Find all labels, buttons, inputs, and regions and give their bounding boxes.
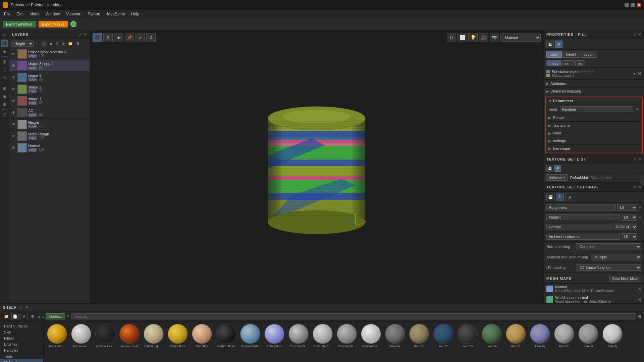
shelf-item-23[interactable]: Item 2j	[601, 324, 624, 348]
metallic-remove-btn[interactable]: −	[639, 215, 641, 220]
viewport-prev-btn[interactable]: ⏮	[114, 33, 123, 42]
param-transform[interactable]: ▶ Transform	[548, 122, 639, 129]
shelf-item-16[interactable]: Item 2c	[432, 324, 455, 348]
mesh-map-normal-remove[interactable]: ✕	[638, 287, 641, 291]
shelf-item-13[interactable]: Concrete S...	[360, 324, 382, 348]
uv-tool-btn[interactable]: ⊞	[1, 101, 8, 108]
substance-mat-expand-btn[interactable]: ▾	[633, 71, 636, 76]
menu-javascript[interactable]: JavaScript	[104, 11, 128, 17]
export-emissive-button[interactable]: Export Emissive	[3, 21, 36, 27]
shelf-category-particles[interactable]: Particles	[0, 347, 43, 353]
folder-btn[interactable]: 📁	[67, 41, 74, 47]
viewport-render-btn[interactable]: 🎥	[479, 33, 488, 42]
delete-layer-btn[interactable]: 🗑	[75, 41, 81, 46]
normal-remove-btn[interactable]: −	[639, 224, 641, 230]
layers-panel-expand-btn[interactable]: ⤢	[79, 32, 82, 37]
add-mask-btn[interactable]: ◈	[48, 41, 53, 47]
param-color[interactable]: ▶ color	[548, 129, 639, 137]
normal-channel-input[interactable]	[546, 224, 611, 230]
shelf-item-19[interactable]: Item 2f	[504, 324, 527, 348]
shelf-filter-icon[interactable]: ⬧	[38, 314, 40, 319]
ts-save-btn[interactable]: 💾	[546, 165, 553, 172]
layer-item-7[interactable]: 👁 Metal Rough Ldge 100	[9, 130, 90, 142]
shelf-item-4[interactable]: Baked Light...	[142, 324, 165, 348]
texture-set-row[interactable]: Settings ▾ DefaultMat Main shader	[544, 173, 644, 182]
layer-item-6[interactable]: 👁 Height Ldge 19	[9, 119, 90, 130]
ts-settings-dropdown[interactable]: Settings ▾	[546, 174, 568, 181]
shelf-category-filters[interactable]: Filters	[0, 335, 43, 341]
shelf-item-5[interactable]: Brass Pure	[166, 324, 189, 348]
shelf-search-input[interactable]	[71, 313, 636, 319]
tss-grid-btn[interactable]: ⊞	[565, 193, 573, 201]
shelf-expand-btn[interactable]: ⤢	[19, 305, 22, 310]
viewport-light-btn[interactable]: 💡	[468, 33, 478, 42]
shelf-item-20[interactable]: Item 2g	[529, 324, 551, 348]
properties-expand-btn[interactable]: ⤢	[633, 32, 637, 37]
normal-format-select[interactable]: RGB16FRGB8	[613, 224, 637, 230]
bake-tool-btn[interactable]: ◉	[1, 93, 8, 100]
shelf-category-materials[interactable]: Materials	[0, 359, 43, 362]
ts-time-btn[interactable]: ⏱	[554, 165, 561, 172]
ao-mixing-select[interactable]: Multiply Add	[591, 254, 641, 260]
shelf-folder-btn[interactable]: 📁	[3, 313, 10, 320]
mask-tool-btn[interactable]: ⬡	[1, 66, 8, 73]
metallic-format-select[interactable]: L8L16	[621, 214, 637, 221]
export-masks-button[interactable]: Export Masks	[39, 21, 68, 27]
layer-item-1[interactable]: 👁 shape 3 copy 1 Ldge 22	[9, 60, 90, 72]
menu-python[interactable]: Python	[85, 11, 103, 17]
viewport-pin-btn[interactable]: 📌	[125, 33, 134, 42]
shelf-item-9[interactable]: Cobalt Pure	[263, 324, 286, 348]
tss-expand-btn[interactable]: ⤢	[633, 185, 637, 189]
shelf-tab-close-btn[interactable]: ✕	[66, 314, 70, 319]
layer-item-4[interactable]: 👁 shape 1 Ldge 22	[9, 95, 90, 107]
shelf-item-8[interactable]: Coated Metal	[239, 324, 262, 348]
layer-mode-select[interactable]: Height Normal Color	[11, 41, 34, 47]
layer-eye-6[interactable]: 👁	[11, 122, 16, 127]
channels-mapping-row[interactable]: ▶ Channels mapping	[544, 87, 644, 95]
shelf-category-brushes[interactable]: Brushes	[0, 341, 43, 347]
layer-tool-btn[interactable]: ⊞	[1, 58, 8, 65]
properties-close-btn[interactable]: ✕	[638, 32, 641, 37]
viewport-3d-btn[interactable]: ⬛	[93, 33, 102, 42]
tss-save-btn[interactable]: 💾	[546, 193, 554, 201]
shelf-settings-btn[interactable]: ⚙	[29, 313, 36, 320]
layer-eye-1[interactable]: 👁	[11, 63, 16, 68]
sub-tab-ao[interactable]: ao	[575, 60, 585, 66]
menu-edit[interactable]: Edit	[14, 11, 26, 17]
substance-mat-close-btn[interactable]: ✕	[638, 71, 641, 76]
add-fill-btn[interactable]: ⬛	[40, 41, 47, 47]
right-panel-collapse-btn[interactable]: ›	[640, 177, 644, 186]
shelf-close-btn[interactable]: ✕	[25, 305, 29, 310]
param-line-shape[interactable]: ▶ line shape	[548, 145, 639, 153]
shelf-item-10[interactable]: Concrete B...	[287, 324, 310, 348]
menu-mode[interactable]: Mode	[27, 11, 42, 17]
seed-edit-btn[interactable]: ✏	[636, 107, 639, 112]
viewport-play-btn[interactable]: ⏸	[447, 33, 456, 42]
ao-format-select[interactable]: L8L16	[621, 233, 637, 240]
shelf-item-17[interactable]: Item 2d	[456, 324, 479, 348]
layer-eye-8[interactable]: 👁	[11, 145, 16, 150]
menu-window[interactable]: Window	[43, 11, 63, 17]
layer-eye-4[interactable]: 👁	[11, 99, 16, 103]
roughness-format-select[interactable]: L8L16RGB8	[617, 204, 637, 211]
menu-viewport[interactable]: Viewport	[63, 11, 84, 17]
layer-eye-3[interactable]: 👁	[11, 87, 16, 92]
sub-tab-metal[interactable]: metal	[546, 60, 561, 66]
measure-tool-btn[interactable]: ⊕	[1, 84, 8, 92]
seed-input[interactable]	[560, 106, 633, 112]
window-controls[interactable]: ─ □ ✕	[625, 3, 641, 7]
prop-save-btn[interactable]: 💾	[546, 41, 554, 48]
shelf-file-btn[interactable]: 📄	[11, 313, 19, 320]
tab-height[interactable]: height	[562, 51, 580, 58]
snap-tool-btn[interactable]: ⊡	[1, 111, 8, 118]
instance-btn[interactable]: ⟳	[61, 41, 66, 47]
roughness-channel-input[interactable]	[546, 204, 616, 210]
minimize-button[interactable]: ─	[625, 3, 629, 7]
menu-help[interactable]: Help	[128, 11, 142, 17]
attributes-row[interactable]: ▶ Attributes	[544, 80, 644, 87]
shelf-item-3[interactable]: Autumn Leaf	[118, 324, 141, 348]
shelf-import-btn[interactable]: ⬇	[20, 313, 28, 320]
layer-item-5[interactable]: 👁 AO Ldge 22	[9, 107, 90, 119]
clone-tool-btn[interactable]: ⟲	[1, 74, 8, 81]
viewport[interactable]: ⬛ ⊞ ⏮ 📌 ⤢ ↺ ⏸ ⬜ 💡 🎥 📷 Material Albedo Ro…	[90, 30, 543, 303]
